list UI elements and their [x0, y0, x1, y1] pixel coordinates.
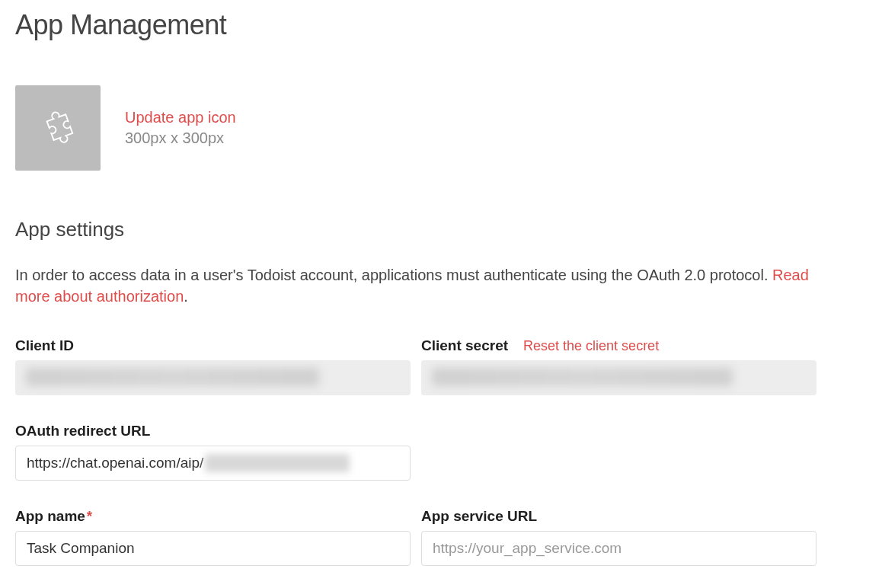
oauth-redirect-field: OAuth redirect URL https://chat.openai.c…: [15, 423, 411, 481]
settings-form: Client ID Client secret Reset the client…: [15, 337, 816, 566]
app-name-field: App name*: [15, 508, 411, 566]
client-secret-field: Client secret Reset the client secret: [421, 337, 816, 395]
client-id-label: Client ID: [15, 337, 74, 354]
app-icon-dimensions: 300px x 300px: [125, 129, 236, 147]
app-icon-section: Update app icon 300px x 300px: [15, 85, 867, 171]
oauth-redirect-input[interactable]: https://chat.openai.com/aip/: [15, 446, 411, 481]
app-settings-heading: App settings: [15, 218, 867, 241]
app-name-label-text: App name: [15, 508, 85, 524]
app-name-label: App name*: [15, 508, 92, 525]
reset-client-secret-link[interactable]: Reset the client secret: [523, 338, 659, 354]
app-service-url-label: App service URL: [421, 508, 537, 525]
app-service-url-field: App service URL: [421, 508, 816, 566]
required-indicator: *: [87, 508, 92, 524]
oauth-redirect-value-visible: https://chat.openai.com/aip/: [27, 455, 203, 471]
client-secret-label: Client secret: [421, 337, 508, 354]
puzzle-icon: [35, 104, 81, 152]
client-id-field: Client ID: [15, 337, 411, 395]
app-name-input[interactable]: [15, 531, 411, 566]
description-text-pre: In order to access data in a user's Todo…: [15, 267, 772, 283]
client-id-redacted: [26, 368, 319, 386]
page-title: App Management: [15, 9, 867, 41]
app-icon-placeholder[interactable]: [15, 85, 101, 171]
app-settings-description: In order to access data in a user's Todo…: [15, 264, 823, 307]
update-app-icon-link[interactable]: Update app icon: [125, 109, 236, 126]
client-secret-redacted: [432, 368, 733, 386]
app-icon-text: Update app icon 300px x 300px: [125, 109, 236, 147]
description-text-post: .: [184, 288, 188, 305]
oauth-redirect-label: OAuth redirect URL: [15, 423, 150, 439]
client-secret-value[interactable]: [421, 360, 816, 395]
oauth-redirect-value-redacted: [205, 454, 350, 472]
app-service-url-input[interactable]: [421, 531, 816, 566]
client-id-value[interactable]: [15, 360, 411, 395]
